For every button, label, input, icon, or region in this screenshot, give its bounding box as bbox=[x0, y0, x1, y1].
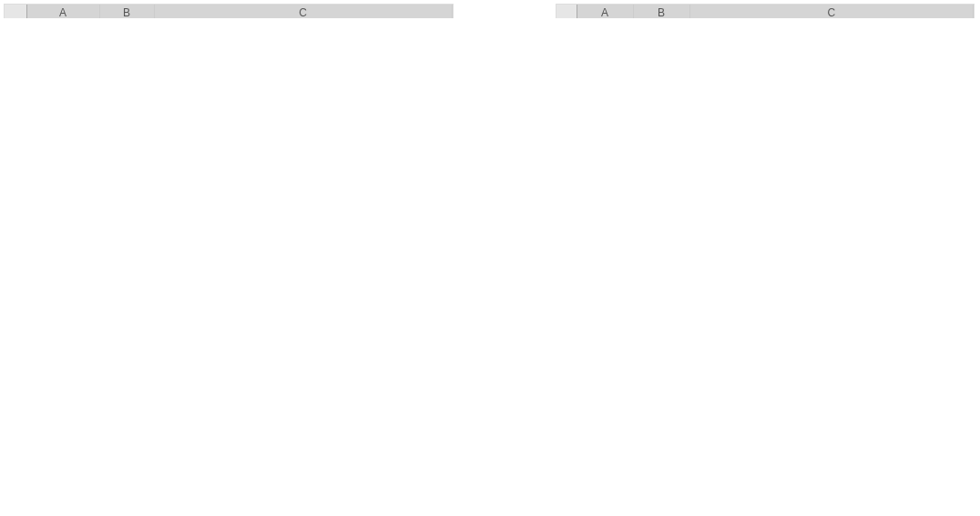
spreadsheet-source: A B C 1 Date Writer Title 2 5-Jul-19 Bru… bbox=[4, 4, 454, 18]
select-all-corner[interactable] bbox=[556, 5, 577, 18]
col-header-c[interactable]: C bbox=[154, 5, 452, 18]
select-all-corner[interactable] bbox=[5, 5, 26, 18]
col-header-b[interactable]: B bbox=[99, 5, 154, 18]
col-header-a[interactable]: A bbox=[577, 5, 633, 18]
col-header-c[interactable]: C bbox=[689, 5, 974, 18]
col-header-b[interactable]: B bbox=[633, 5, 689, 18]
col-header-a[interactable]: A bbox=[26, 5, 99, 18]
spreadsheet-bruce: A B C 1 Date Writer Title2 5-Jul-19 Bruc… bbox=[556, 4, 975, 18]
